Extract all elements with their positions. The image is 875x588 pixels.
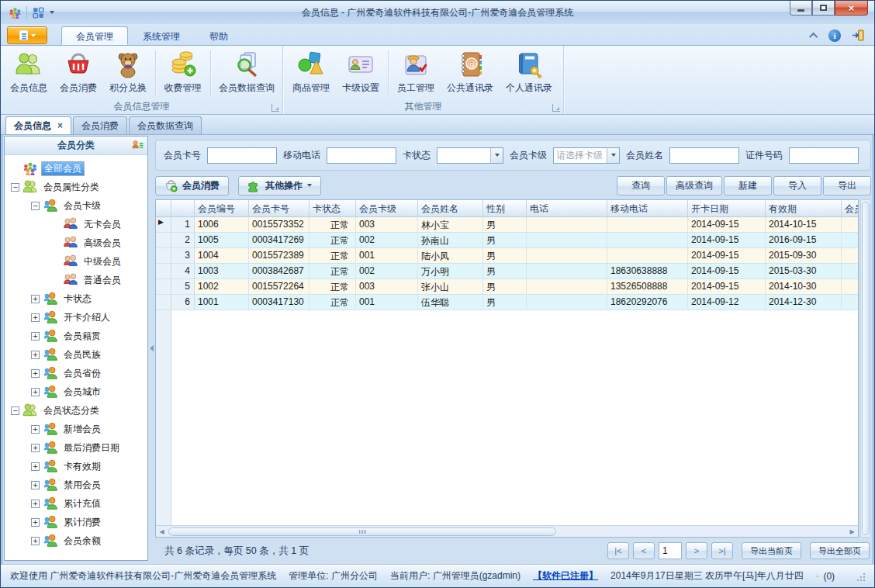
button-导出[interactable]: 导出: [823, 176, 871, 195]
tree-item[interactable]: −会员属性分类: [5, 178, 147, 196]
exit-icon[interactable]: [852, 29, 865, 42]
sidebar-splitter[interactable]: [148, 136, 155, 561]
tree-item[interactable]: +最后消费日期: [5, 438, 147, 457]
horizontal-scroll-thumb[interactable]: [168, 527, 556, 536]
tree-expander-icon[interactable]: +: [31, 500, 40, 508]
export-current-page-button[interactable]: 导出当前页: [742, 542, 801, 559]
tree-item[interactable]: 高级会员: [5, 233, 147, 252]
tree-item[interactable]: +会员余额: [5, 531, 147, 550]
grid-header-indicator[interactable]: [156, 200, 171, 217]
tree-expander-icon[interactable]: +: [31, 537, 40, 545]
tree-item[interactable]: +会员城市: [5, 382, 147, 401]
doc-tab-member-consume[interactable]: 会员消费: [73, 116, 127, 134]
tree-expander-icon[interactable]: +: [31, 313, 40, 322]
tree-expander-icon[interactable]: −: [31, 202, 40, 210]
tree-item[interactable]: +会员籍贯: [5, 327, 147, 345]
info-icon[interactable]: i: [828, 29, 841, 42]
doc-tab-member-data-query[interactable]: 会员数据查询: [129, 116, 202, 134]
ribbon-button-teddy[interactable]: 积分兑换: [103, 47, 153, 99]
grid-header-cell[interactable]: 有效期: [766, 200, 842, 217]
table-row[interactable]: 210050003417269正常002孙南山男2014-09-152016-0…: [156, 233, 858, 248]
tree-expander-icon[interactable]: +: [31, 295, 40, 303]
tree-item[interactable]: +卡状态: [5, 289, 147, 308]
quick-access-dropdown-icon[interactable]: [50, 11, 54, 14]
grid-header-cell[interactable]: 会员卡号: [249, 200, 310, 217]
quick-access-grid-icon[interactable]: [32, 6, 45, 19]
tree-item[interactable]: −会员状态分类: [5, 401, 147, 420]
grid-header-cell[interactable]: 会员卡级: [356, 200, 418, 217]
button-导入[interactable]: 导入: [773, 176, 821, 195]
tree-item[interactable]: +累计充值: [5, 494, 147, 513]
tree-item[interactable]: 中级会员: [5, 252, 147, 271]
grid-header-cell[interactable]: 移动电话: [607, 200, 688, 217]
tree-expander-icon[interactable]: −: [11, 183, 19, 192]
filter-input-会员姓名[interactable]: [669, 147, 739, 164]
vertical-scrollbar[interactable]: [860, 199, 871, 538]
button-新建[interactable]: 新建: [724, 176, 772, 195]
ribbon-button-address-book[interactable]: @公共通讯录: [441, 47, 500, 99]
grid-header-cell[interactable]: 性别: [483, 200, 527, 217]
ribbon-button-doc-search[interactable]: 会员数据查询: [213, 47, 281, 99]
grid-header-rownum[interactable]: [171, 200, 195, 217]
button-高级查询[interactable]: 高级查询: [666, 176, 722, 195]
tree-item[interactable]: +会员民族: [5, 345, 147, 364]
restore-button[interactable]: [812, 1, 835, 16]
grid-header-cell[interactable]: 卡状态: [310, 200, 356, 217]
filter-combo-会员卡级[interactable]: 请选择卡级: [553, 147, 620, 164]
scroll-left-icon[interactable]: ◀: [156, 526, 168, 537]
filter-combo-卡状态[interactable]: [437, 147, 503, 164]
other-operations-button[interactable]: 其他操作: [238, 176, 321, 195]
ribbon-tab-help[interactable]: 帮助: [195, 26, 243, 45]
button-查询[interactable]: 查询: [617, 176, 665, 195]
member-list-icon[interactable]: [131, 139, 144, 152]
grid-header-cell[interactable]: 会员姓名: [418, 200, 483, 217]
close-tab-icon[interactable]: ×: [57, 121, 63, 130]
combo-dropdown-icon[interactable]: [490, 148, 503, 163]
tree-expander-icon[interactable]: +: [31, 332, 40, 341]
tree-item[interactable]: 普通会员: [5, 271, 147, 289]
filter-input-证件号码[interactable]: [789, 147, 859, 164]
tree-item[interactable]: +新增会员: [5, 420, 147, 438]
tree-item[interactable]: 无卡会员: [5, 215, 147, 233]
horizontal-scrollbar[interactable]: ◀ ▶: [156, 525, 858, 537]
resize-grip[interactable]: [863, 572, 865, 581]
minimize-button[interactable]: [790, 1, 812, 16]
tree-expander-icon[interactable]: +: [31, 462, 40, 471]
ribbon-button-shapes[interactable]: 商品管理: [286, 47, 336, 99]
vertical-scroll-thumb[interactable]: [862, 202, 870, 535]
grid-header-cell[interactable]: 会员编号: [195, 200, 249, 217]
export-all-pages-button[interactable]: 导出全部页: [810, 542, 870, 559]
app-logo-icon[interactable]: [9, 6, 22, 19]
ribbon-button-members[interactable]: 会员信息: [4, 47, 54, 99]
tree-item[interactable]: +累计消费: [5, 513, 147, 531]
tree-item[interactable]: +会员省份: [5, 364, 147, 382]
filter-input-移动电话[interactable]: [327, 147, 396, 164]
tree-expander-icon[interactable]: +: [31, 388, 40, 396]
tree-expander-icon[interactable]: +: [31, 481, 40, 489]
tree-expander-icon[interactable]: +: [31, 351, 40, 359]
ribbon-button-staff[interactable]: 员工管理: [391, 47, 441, 99]
dialog-launcher-icon[interactable]: [552, 104, 560, 112]
tree-expander-icon[interactable]: +: [31, 518, 40, 527]
ribbon-button-card[interactable]: 卡级设置: [336, 47, 386, 99]
grid-header-cell[interactable]: 开卡日期: [688, 200, 766, 217]
tree-expander-icon[interactable]: +: [31, 425, 40, 434]
scroll-right-icon[interactable]: ▶: [846, 526, 858, 537]
filter-input-会员卡号[interactable]: [207, 147, 277, 164]
grid-header-cell[interactable]: 会员: [842, 200, 859, 217]
collapse-sidebar-icon[interactable]: [150, 345, 154, 351]
doc-tab-member-info[interactable]: 会员信息 ×: [5, 116, 71, 134]
tree-expander-icon[interactable]: −: [11, 406, 19, 415]
tree-item[interactable]: +开卡介绍人: [5, 308, 147, 327]
table-row[interactable]: 510020015572264正常003张小山男135265088882014-…: [156, 279, 858, 295]
ribbon-button-personal-book[interactable]: 个人通讯录: [500, 47, 559, 99]
table-row[interactable]: 610010003417130正常001伍华聪男186202920762014-…: [156, 295, 858, 310]
ribbon-button-coins[interactable]: 收费管理: [158, 47, 208, 99]
page-number-input[interactable]: [659, 542, 682, 559]
combo-dropdown-icon[interactable]: [607, 148, 619, 163]
table-row[interactable]: 410030003842687正常002万小明男186306388882014-…: [156, 264, 858, 279]
close-button[interactable]: ×: [835, 1, 868, 16]
ribbon-button-basket[interactable]: 会员消费: [54, 47, 103, 99]
tree-item[interactable]: +卡有效期: [5, 457, 147, 476]
next-page-button[interactable]: >: [686, 542, 707, 559]
